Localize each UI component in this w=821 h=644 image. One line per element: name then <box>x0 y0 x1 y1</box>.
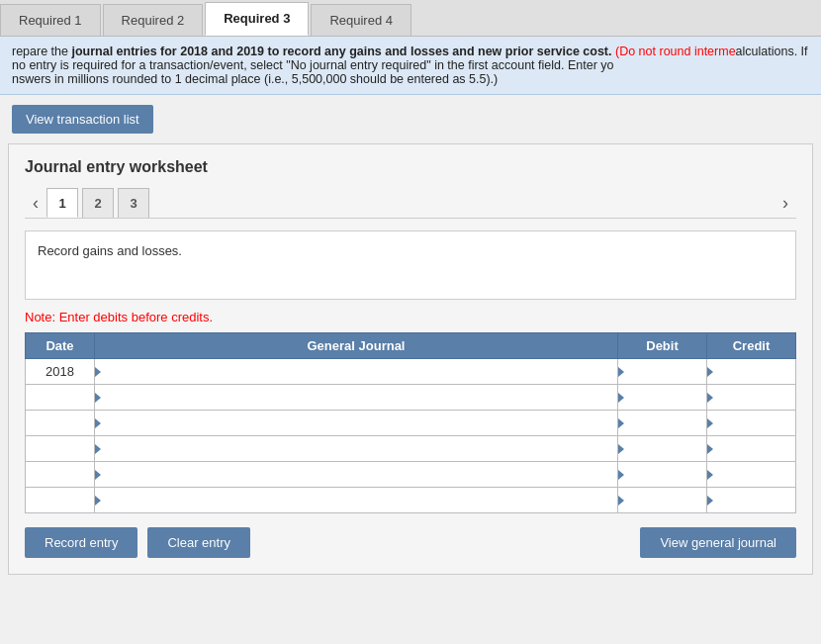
credit-cell-1[interactable] <box>707 359 796 385</box>
credit-input-3[interactable] <box>707 411 795 435</box>
debit-cell-2[interactable] <box>618 385 707 411</box>
page-navigation: ‹ 1 2 3 › <box>25 188 796 219</box>
tab-required-3[interactable]: Required 3 <box>205 2 309 36</box>
credit-input-4[interactable] <box>707 436 795 461</box>
date-cell-5 <box>26 462 95 488</box>
table-row: 2018 <box>26 359 796 385</box>
gj-cell-3[interactable] <box>95 411 618 436</box>
debit-input-1[interactable] <box>618 359 706 384</box>
date-cell-4 <box>26 436 95 462</box>
credit-cell-2[interactable] <box>707 385 796 411</box>
tab-required-2[interactable]: Required 2 <box>103 4 204 36</box>
debit-cell-5[interactable] <box>618 462 707 488</box>
debit-cell-3[interactable] <box>618 411 707 436</box>
credit-cell-5[interactable] <box>707 462 796 488</box>
gj-input-6[interactable] <box>95 488 617 512</box>
debit-cell-4[interactable] <box>618 436 707 462</box>
debit-input-6[interactable] <box>618 488 706 512</box>
tab-required-1[interactable]: Required 1 <box>0 4 101 36</box>
instructions-text-2: nswers in millions rounded to 1 decimal … <box>12 72 498 86</box>
tab-required-4[interactable]: Required 4 <box>311 4 411 36</box>
credit-input-5[interactable] <box>707 462 795 487</box>
view-transaction-button[interactable]: View transaction list <box>12 105 153 134</box>
table-row <box>26 411 796 436</box>
date-cell-1: 2018 <box>26 359 95 385</box>
col-header-credit: Credit <box>707 333 796 359</box>
description-text: Record gains and losses. <box>38 243 182 258</box>
view-general-journal-button[interactable]: View general journal <box>640 527 796 558</box>
date-cell-2 <box>26 385 95 411</box>
debit-input-3[interactable] <box>618 411 706 435</box>
worksheet-title: Journal entry worksheet <box>25 158 796 176</box>
table-row <box>26 462 796 488</box>
gj-cell-6[interactable] <box>95 488 618 513</box>
debit-cell-1[interactable] <box>618 359 707 385</box>
gj-input-2[interactable] <box>95 385 617 410</box>
instructions-text: repare the journal entries for 2018 and … <box>12 45 808 72</box>
col-header-date: Date <box>26 333 95 359</box>
gj-cell-4[interactable] <box>95 436 618 462</box>
credit-cell-6[interactable] <box>707 488 796 513</box>
gj-cell-1[interactable] <box>95 359 618 385</box>
journal-table: Date General Journal Debit Credit 2018 <box>25 332 796 513</box>
credit-input-6[interactable] <box>707 488 795 512</box>
page-1[interactable]: 1 <box>46 188 78 218</box>
credit-cell-3[interactable] <box>707 411 796 436</box>
record-entry-button[interactable]: Record entry <box>25 527 137 558</box>
credit-input-2[interactable] <box>707 385 795 410</box>
gj-input-3[interactable] <box>95 411 617 435</box>
credit-input-1[interactable] <box>707 359 795 384</box>
note-text: Note: Enter debits before credits. <box>25 310 796 324</box>
description-box: Record gains and losses. <box>25 230 796 300</box>
credit-cell-4[interactable] <box>707 436 796 462</box>
date-cell-3 <box>26 411 95 436</box>
gj-input-1[interactable] <box>95 359 617 384</box>
table-row <box>26 385 796 411</box>
gj-cell-5[interactable] <box>95 462 618 488</box>
debit-input-2[interactable] <box>618 385 706 410</box>
clear-entry-button[interactable]: Clear entry <box>147 527 250 558</box>
next-page-arrow[interactable]: › <box>775 189 796 218</box>
prev-page-arrow[interactable]: ‹ <box>25 189 46 218</box>
gj-input-5[interactable] <box>95 462 617 487</box>
debit-input-4[interactable] <box>618 436 706 461</box>
gj-input-4[interactable] <box>95 436 617 461</box>
tabs-bar: Required 1 Required 2 Required 3 Require… <box>0 0 821 37</box>
table-row <box>26 436 796 462</box>
col-header-gj: General Journal <box>95 333 618 359</box>
debit-input-5[interactable] <box>618 462 706 487</box>
instructions-banner: repare the journal entries for 2018 and … <box>0 37 821 95</box>
gj-cell-2[interactable] <box>95 385 618 411</box>
col-header-debit: Debit <box>618 333 707 359</box>
date-cell-6 <box>26 488 95 513</box>
worksheet-container: Journal entry worksheet ‹ 1 2 3 › Record… <box>8 143 813 575</box>
debit-cell-6[interactable] <box>618 488 707 513</box>
page-3[interactable]: 3 <box>118 188 149 218</box>
page-2[interactable]: 2 <box>82 188 114 218</box>
bottom-buttons: Record entry Clear entry View general jo… <box>25 527 796 558</box>
table-row <box>26 488 796 513</box>
